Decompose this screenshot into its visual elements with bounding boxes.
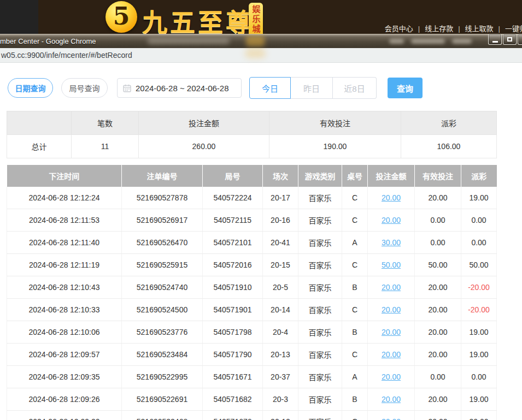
bet-time-cell: 2024-06-28 12:11:40 (7, 232, 122, 254)
bet-amount-cell[interactable]: 20.00 (368, 411, 415, 420)
session-cell: 20-37 (263, 366, 298, 388)
table-code-cell: A (342, 366, 368, 388)
nav-separator: | (418, 25, 420, 33)
summary-header-blank (7, 111, 72, 135)
valid-bet-cell: 20.00 (415, 187, 461, 209)
bet-id-cell: 521690526917 (122, 209, 203, 232)
table-code-cell: C (342, 344, 368, 366)
bet-amount-cell[interactable]: 30.00 (368, 232, 415, 254)
valid-bet-cell: 0.00 (415, 366, 461, 388)
game-type-cell: 百家乐 (298, 388, 342, 411)
bet-id-cell: 521690526470 (122, 232, 203, 254)
valid-bet-cell: 20.00 (415, 299, 461, 321)
table-row: 2024-06-28 12:11:19521690525915540572016… (7, 254, 497, 276)
bet-amount-cell[interactable]: 20.00 (368, 366, 415, 388)
round-id-cell: 540572115 (203, 209, 263, 232)
summary-total-valid-bet: 190.00 (269, 135, 401, 158)
bet-amount-cell[interactable]: 20.00 (368, 388, 415, 411)
bet-amount-cell[interactable]: 20.00 (368, 187, 415, 209)
table-code-cell: B (342, 388, 368, 411)
today-button[interactable]: 今日 (249, 77, 291, 99)
header-bet-id: 注单编号 (122, 165, 203, 187)
bet-time-cell: 2024-06-28 12:10:43 (7, 276, 122, 299)
header-payout: 派彩 (461, 165, 497, 187)
header-session: 场次 (263, 165, 298, 187)
table-code-cell: C (342, 187, 368, 209)
session-cell: 20-16 (263, 209, 298, 232)
table-code-cell: C (342, 411, 368, 420)
bet-amount-cell[interactable]: 20.00 (368, 299, 415, 321)
table-row: 2024-06-28 12:10:43521690524740540571910… (7, 276, 497, 299)
casino-logo-icon: 5 (105, 1, 137, 33)
banner-left-block (0, 0, 38, 34)
table-row: 2024-06-28 12:11:53521690526917540572115… (7, 209, 497, 232)
date-query-tab[interactable]: 日期查询 (8, 78, 53, 98)
header-round-id: 局号 (203, 165, 263, 187)
bet-amount-cell[interactable]: 20.00 (368, 344, 415, 366)
game-type-cell: 百家乐 (298, 232, 342, 254)
summary-table: 笔数 投注金额 有效投注 派彩 总计 11 260.00 190.00 106.… (7, 111, 497, 158)
session-cell: 20-3 (263, 388, 298, 411)
url-bar[interactable]: w05.cc:9900/infe/mcenter/#/betRecord (0, 48, 522, 63)
valid-bet-cell: 0.00 (415, 209, 461, 232)
search-button[interactable]: 查询 (388, 78, 423, 98)
minimize-button[interactable] (488, 34, 502, 45)
url-text: w05.cc:9900/infe/mcenter/#/betRecord (1, 51, 132, 60)
session-cell: 20-17 (263, 187, 298, 209)
blurred-region (389, 39, 404, 44)
maximize-icon (507, 37, 512, 42)
bet-amount-cell[interactable]: 20.00 (368, 209, 415, 232)
valid-bet-cell: 20.00 (415, 388, 461, 411)
bet-time-cell: 2024-06-28 12:09:35 (7, 366, 122, 388)
session-cell: 20-14 (263, 299, 298, 321)
table-row: 2024-06-28 12:10:33521690524500540571901… (7, 299, 497, 321)
nav-member-center[interactable]: 会员中心 (385, 25, 413, 33)
payout-cell: 0.00 (461, 209, 497, 232)
bet-time-cell: 2024-06-28 12:10:06 (7, 321, 122, 344)
payout-cell: -20.00 (461, 276, 497, 299)
payout-cell: 0.00 (461, 366, 497, 388)
round-query-tab[interactable]: 局号查询 (61, 78, 108, 98)
window-controls: ✕ (487, 34, 522, 45)
maximize-button[interactable] (503, 34, 517, 45)
valid-bet-cell: 20.00 (415, 276, 461, 299)
bet-id-cell: 521690525915 (122, 254, 203, 276)
close-button[interactable]: ✕ (518, 34, 522, 45)
yesterday-button[interactable]: 昨日 (291, 77, 333, 99)
valid-bet-cell: 50.00 (415, 254, 461, 276)
session-cell: 20-5 (263, 276, 298, 299)
bet-amount-cell[interactable]: 50.00 (368, 254, 415, 276)
blurred-badge-glow (246, 36, 265, 46)
table-code-cell: C (342, 299, 368, 321)
payout-cell: 19.00 (461, 321, 497, 344)
table-code-cell: B (342, 321, 368, 344)
payout-cell: -20.00 (461, 299, 497, 321)
bet-id-cell: 521690524740 (122, 276, 203, 299)
bet-id-cell: 521690523776 (122, 321, 203, 344)
nav-deposit[interactable]: 线上存款 (425, 25, 453, 33)
table-row: 2024-06-28 12:12:24521690527878540572224… (7, 187, 497, 209)
bet-amount-cell[interactable]: 20.00 (368, 276, 415, 299)
date-range-input[interactable]: 2024-06-28 ~ 2024-06-28 (117, 78, 242, 98)
window-titlebar: mber Center - Google Chrome ✕ (0, 34, 522, 48)
nav-withdraw[interactable]: 线上取款 (465, 25, 494, 33)
bet-record-page: 日期查询 局号查询 2024-06-28 ~ 2024-06-28 今日 昨日 … (0, 63, 522, 420)
nav-separator: | (498, 25, 500, 33)
bet-id-cell: 521690522691 (122, 388, 203, 411)
round-id-cell: 540571910 (203, 276, 263, 299)
bet-record-table: 下注时间 注单编号 局号 场次 游戏类别 桌号 投注金额 有效投注 派彩 202… (7, 165, 497, 420)
calendar-icon (123, 84, 131, 92)
nav-onekey[interactable]: 一键归 (505, 25, 522, 33)
session-cell: 20-15 (263, 254, 298, 276)
quick-range-group: 今日 昨日 近8日 (249, 77, 377, 99)
bet-time-cell: 2024-06-28 12:11:53 (7, 209, 122, 232)
last-8-days-button[interactable]: 近8日 (333, 77, 377, 99)
bet-id-cell: 521690522995 (122, 366, 203, 388)
game-type-cell: 百家乐 (298, 254, 342, 276)
bet-table-header-row: 下注时间 注单编号 局号 场次 游戏类别 桌号 投注金额 有效投注 派彩 (7, 165, 497, 187)
game-type-cell: 百家乐 (298, 321, 342, 344)
round-id-cell: 540571671 (203, 366, 263, 388)
bet-time-cell: 2024-06-28 12:11:19 (7, 254, 122, 276)
blurred-region (452, 39, 472, 44)
bet-amount-cell[interactable]: 20.00 (368, 321, 415, 344)
